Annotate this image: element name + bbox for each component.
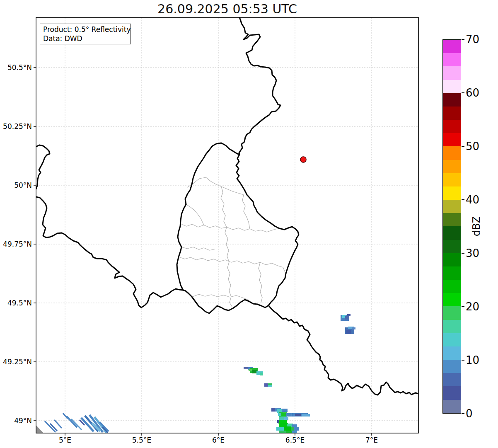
- colorbar-tick: [462, 199, 464, 200]
- colorbar-segment: [443, 226, 461, 240]
- radar-echo: [278, 420, 287, 424]
- colorbar-segment: [443, 253, 461, 266]
- canton-border-path: [221, 186, 227, 227]
- radar-echo: [264, 383, 268, 387]
- colorbar-segment: [443, 346, 461, 360]
- national-border-path: [239, 17, 280, 155]
- colorbar-tick: [462, 360, 464, 361]
- colorbar-segment: [443, 107, 461, 120]
- colorbar-segment: [443, 53, 461, 66]
- colorbar-tick-label: 20: [466, 301, 479, 312]
- radar-echo: [295, 414, 301, 416]
- radar-echo: [345, 316, 349, 320]
- radar-echo: [268, 383, 272, 385]
- radar-site-marker: [300, 157, 306, 162]
- colorbar-segment: [443, 293, 461, 306]
- colorbar-tick: [462, 306, 464, 307]
- colorbar-tick-label: 70: [466, 34, 479, 45]
- colorbar-tick-label: 50: [466, 140, 479, 152]
- product-annotation-box: Product: 0.5° Reflectivity Data: DWD: [40, 24, 131, 44]
- colorbar-segment: [443, 320, 461, 333]
- colorbar-tick-label: 40: [466, 194, 479, 206]
- radar-map-figure: 26.09.2025 05:53 UTC Product: 0.5° Refle…: [0, 0, 498, 448]
- colorbar-segment: [443, 66, 461, 80]
- canton-border-path: [259, 262, 262, 303]
- corner-border-wedge: [36, 425, 44, 433]
- radar-echo: [302, 414, 310, 417]
- colorbar-tick: [462, 413, 464, 414]
- product-line: Product: 0.5° Reflectivity: [43, 25, 128, 34]
- y-tick-label: 50.5°N: [7, 63, 32, 72]
- canton-border-path: [186, 204, 204, 225]
- radar-echo: [279, 431, 286, 433]
- colorbar-segment: [443, 360, 461, 373]
- x-tick-label: 6.5°E: [285, 436, 305, 444]
- colorbar-segment: [443, 306, 461, 320]
- colorbar-segment: [443, 40, 461, 53]
- colorbar-segment: [443, 146, 461, 160]
- radar-echo: [294, 427, 299, 431]
- canton-border-path: [179, 257, 286, 274]
- colorbar-segment: [443, 373, 461, 386]
- x-tick-label: 6°E: [212, 436, 225, 444]
- y-tick-label: 50.25°N: [3, 122, 32, 131]
- data-source-line: Data: DWD: [43, 34, 128, 43]
- colorbar-segment: [443, 333, 461, 346]
- colorbar-tick: [462, 39, 464, 40]
- colorbar-tick: [462, 146, 464, 147]
- x-tick-label: 7°E: [365, 436, 378, 444]
- colorbar-segment: [443, 160, 461, 173]
- canton-border-path: [187, 177, 244, 195]
- radar-echo: [277, 409, 283, 413]
- national-border-path: [36, 197, 183, 308]
- reflectivity-colorbar: [442, 39, 461, 414]
- canton-border-path: [181, 247, 215, 250]
- radar-echo: [282, 409, 288, 412]
- colorbar-tick-label: 10: [466, 354, 479, 366]
- radar-echo: [284, 426, 291, 431]
- radar-echo: [352, 327, 355, 329]
- x-tick-label: 5.5°E: [132, 436, 151, 444]
- map-plot-area: [0, 0, 498, 448]
- y-tick-label: 49.25°N: [3, 358, 32, 366]
- radar-echo: [260, 373, 263, 375]
- radar-echo: [277, 420, 279, 423]
- colorbar-segment: [443, 386, 461, 400]
- colorbar-tick-label: 60: [466, 87, 479, 99]
- radar-echo: [346, 330, 351, 334]
- national-border-path: [36, 145, 50, 189]
- canton-border-path: [193, 294, 251, 303]
- y-tick-label: 49.5°N: [7, 299, 32, 307]
- colorbar-segment: [443, 200, 461, 213]
- y-tick-label: 49.75°N: [3, 240, 32, 248]
- colorbar-tick-label: 0: [466, 408, 473, 419]
- colorbar-segment: [443, 133, 461, 146]
- canton-border-path: [181, 224, 279, 232]
- map-frame: [36, 17, 418, 433]
- radar-echo: [249, 369, 252, 371]
- colorbar-tick-label: 30: [466, 247, 479, 259]
- radar-echo: [252, 370, 257, 373]
- radar-echo: [347, 314, 351, 316]
- colorbar-segment: [443, 120, 461, 133]
- colorbar-segment: [443, 266, 461, 280]
- colorbar-tick: [462, 253, 464, 254]
- colorbar-segment: [443, 186, 461, 200]
- colorbar-segment: [443, 280, 461, 293]
- radar-echo: [292, 431, 297, 433]
- colorbar-segment: [443, 93, 461, 107]
- colorbar-unit-label: dBZ: [471, 216, 482, 236]
- canton-border-path: [242, 195, 250, 229]
- colorbar-tick: [462, 92, 464, 93]
- map-content-group: [36, 17, 418, 433]
- x-tick-label: 5°E: [59, 436, 71, 444]
- radar-echo: [276, 427, 284, 431]
- colorbar-segment: [443, 240, 461, 253]
- radar-echo: [278, 413, 281, 416]
- radar-echo: [268, 385, 272, 387]
- colorbar-segment: [443, 213, 461, 226]
- colorbar-segment: [443, 80, 461, 93]
- y-tick-label: 49°N: [14, 417, 32, 425]
- radar-echo: [284, 417, 288, 420]
- radar-echo-streak: [66, 416, 77, 427]
